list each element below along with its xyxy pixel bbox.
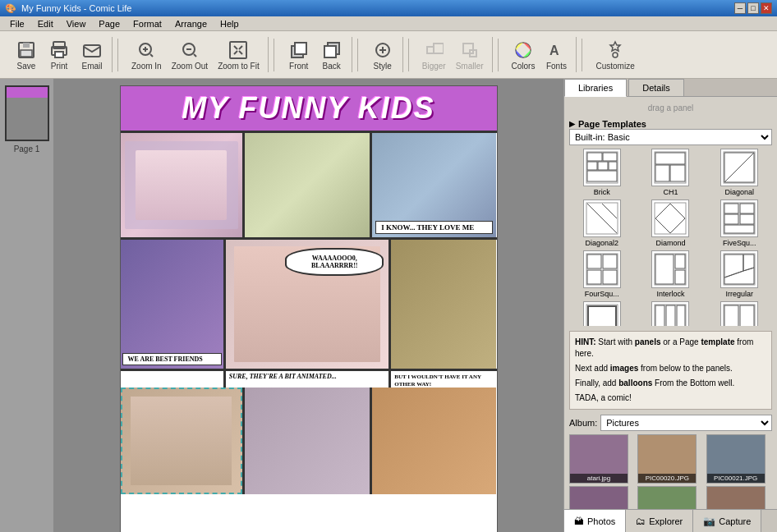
photo-pic00025[interactable]: PIC00025.JPG (569, 486, 628, 509)
page-templates-header[interactable]: ▶ Page Templates (569, 119, 772, 129)
colors-icon (512, 39, 535, 62)
panel-5[interactable]: WAAAAOOO0, BLAAARRRR!! (226, 240, 392, 369)
photo-whaaa[interactable]: whaaa-girl.jpg (706, 486, 766, 509)
template-fivesquares[interactable]: FiveSqu... (706, 200, 772, 247)
print-icon (48, 39, 71, 62)
menu-arrange[interactable]: Arrange (168, 18, 214, 30)
template-foursquares[interactable]: FourSqu... (569, 250, 635, 298)
menu-file[interactable]: File (3, 18, 31, 30)
zoom-in-button[interactable]: Zoom In (128, 37, 165, 72)
style-icon (371, 39, 394, 62)
panel-9[interactable] (372, 388, 496, 494)
zoom-fit-button[interactable]: Zoom to Fit (214, 37, 263, 72)
tab-explorer[interactable]: 🗂 Explorer (626, 510, 693, 532)
svg-point-21 (613, 53, 618, 57)
svg-rect-84 (586, 305, 618, 326)
maximize-button[interactable]: □ (747, 2, 759, 14)
left-panel: Page 1 (0, 79, 53, 532)
menu-edit[interactable]: Edit (31, 18, 60, 30)
template-irregular[interactable]: Irregular (706, 250, 772, 298)
tab-capture[interactable]: 📷 Capture (693, 510, 761, 532)
caption-area-3 (121, 371, 226, 388)
svg-rect-80 (724, 254, 755, 285)
template-interlock[interactable]: Interlock (638, 250, 704, 298)
template-pillars2[interactable]: Pillars2 (706, 301, 772, 326)
menu-help[interactable]: Help (214, 18, 246, 30)
hint-box: HINT: Start with panels or a Page templa… (569, 331, 772, 410)
save-button[interactable]: Save (11, 37, 41, 72)
email-button[interactable]: Email (77, 37, 107, 72)
template-pillars[interactable]: Pillars (638, 301, 704, 326)
templates-grid: Brick CH1 (569, 149, 772, 326)
template-diagonal2[interactable]: Diagonal2 (569, 200, 635, 247)
panel-7[interactable] (121, 388, 245, 494)
svg-rect-2 (21, 50, 32, 57)
panel-3[interactable]: I KNOW... THEY LOVE ME (372, 133, 496, 237)
customize-button[interactable]: Customize (592, 37, 637, 72)
caption-2: WE ARE BEST FRIENDS (122, 353, 222, 365)
panel-row-4 (121, 388, 497, 494)
page-thumbnail-1[interactable] (5, 85, 49, 141)
album-row: Album: Pictures (569, 415, 772, 431)
style-button[interactable]: Style (368, 37, 398, 72)
menu-view[interactable]: View (60, 18, 93, 30)
menu-page[interactable]: Page (92, 18, 126, 30)
panel-2[interactable] (245, 133, 373, 237)
fonts-icon: A (545, 39, 568, 62)
comic-title: MY FUNNY KIDS (121, 86, 497, 133)
svg-rect-71 (586, 254, 618, 285)
tab-photos[interactable]: 🏔 Photos (564, 510, 626, 532)
fonts-button[interactable]: A Fonts (541, 37, 571, 72)
front-button[interactable]: Front (284, 37, 314, 72)
capture-tab-icon: 📷 (703, 516, 715, 527)
menu-bar: File Edit View Page Format Arrange Help (0, 16, 777, 31)
template-one[interactable]: One (569, 301, 635, 326)
svg-rect-76 (655, 254, 686, 285)
print-button[interactable]: Print (44, 37, 74, 72)
template-ch1[interactable]: CH1 (638, 149, 704, 196)
right-panel-content: drag a panel ▶ Page Templates Built-in: … (564, 97, 777, 509)
template-brick[interactable]: Brick (569, 149, 635, 196)
menu-format[interactable]: Format (126, 18, 168, 30)
album-dropdown[interactable]: Pictures (600, 415, 772, 431)
panel-6[interactable] (391, 240, 496, 369)
svg-rect-17 (463, 44, 473, 53)
smaller-button[interactable]: Smaller (453, 37, 487, 72)
photo-atari[interactable]: atari.jpg (569, 434, 628, 484)
tab-libraries[interactable]: Libraries (564, 79, 627, 97)
bigger-icon (422, 39, 445, 62)
app-icon: 🎨 (5, 3, 16, 14)
bottom-tabs: 🏔 Photos 🗂 Explorer 📷 Capture (564, 509, 777, 532)
panel-row-2: WE ARE BEST FRIENDS WAAAAOOO0, BLAAARRRR… (121, 240, 497, 371)
template-diamond[interactable]: Diamond (638, 200, 704, 247)
minimize-button[interactable]: ─ (734, 2, 746, 14)
panel-8[interactable] (245, 388, 373, 494)
panel-1[interactable] (121, 133, 245, 237)
bigger-button[interactable]: Bigger (419, 37, 449, 72)
caption-1: I KNOW... THEY LOVE ME (375, 221, 493, 234)
back-button[interactable]: Back (317, 37, 347, 72)
template-dropdown[interactable]: Built-in: Basic (569, 129, 772, 145)
photo-pic00020[interactable]: PIC00020.JPG (637, 434, 697, 484)
canvas-scroll[interactable]: MY FUNNY KIDS (53, 79, 563, 532)
photo-label-atari: atari.jpg (570, 474, 628, 483)
svg-rect-11 (295, 43, 306, 54)
email-icon (80, 39, 103, 62)
panel-4[interactable]: WE ARE BEST FRIENDS (121, 240, 226, 369)
photo-pic00029[interactable]: PIC00029.JPG (637, 486, 697, 509)
tab-details[interactable]: Details (628, 79, 684, 96)
colors-button[interactable]: Colors (508, 37, 539, 72)
photo-pic00021[interactable]: PIC00021.JPG (706, 434, 766, 484)
svg-rect-90 (724, 305, 755, 326)
drag-panel-hint: drag a panel (569, 102, 772, 114)
smaller-icon (458, 39, 481, 62)
close-button[interactable]: ✕ (761, 2, 772, 14)
zoom-out-button[interactable]: Zoom Out (168, 37, 211, 72)
customize-icon (604, 39, 627, 62)
caption-bubble-2: BUT I WOULDN'T HAVE IT ANY OTHER WAY! (391, 371, 496, 388)
zoom-out-icon (178, 39, 201, 62)
album-section: Album: Pictures atari.jpg PIC00020.JPG P… (569, 415, 772, 509)
zoom-fit-icon (227, 39, 250, 62)
template-diagonal[interactable]: Diagonal (706, 149, 772, 196)
caption-row: SURE, THEY'RE A BIT ANIMATED... BUT I WO… (121, 371, 497, 388)
